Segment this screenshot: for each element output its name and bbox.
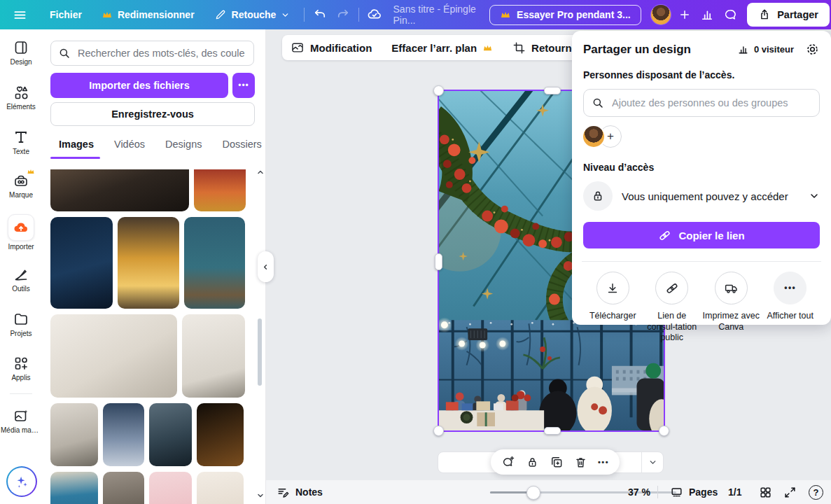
sidebar-item-magic-media[interactable]: Média magi... (0, 407, 42, 434)
add-member-button[interactable] (676, 4, 694, 26)
fullscreen-button[interactable] (783, 480, 797, 504)
upload-thumbnail[interactable] (194, 169, 246, 211)
upload-thumbnail[interactable] (50, 169, 189, 211)
crop-button[interactable] (512, 41, 526, 55)
pages-button[interactable]: Pages (670, 480, 718, 504)
add-people-input[interactable] (610, 97, 811, 109)
tab-folders[interactable]: Dossiers (222, 139, 261, 157)
file-menu[interactable]: Fichier (40, 0, 92, 29)
crown-icon (500, 10, 511, 20)
resize-handle-bottom-left[interactable] (433, 426, 444, 436)
document-title[interactable]: Sans titre - Épingle Pin... (386, 4, 490, 26)
page-count: 1/1 (728, 480, 741, 504)
topbar-divider (304, 8, 305, 22)
share-button[interactable]: Partager (747, 3, 830, 27)
resize-handle-top[interactable] (544, 87, 561, 94)
add-people-search[interactable] (583, 89, 820, 117)
people-access-label: Personnes disposant de l’accès. (583, 69, 820, 80)
gear-icon[interactable] (805, 42, 820, 57)
register-button[interactable]: Enregistrez-vous (50, 102, 255, 126)
upload-thumbnail-selected-source[interactable] (184, 217, 245, 309)
print-with-canva-action[interactable]: Imprimez avec Canva (701, 272, 761, 344)
panel-scrollbar[interactable] (258, 318, 262, 386)
user-avatar[interactable] (651, 5, 671, 24)
ellipsis-icon: ••• (784, 283, 796, 293)
owner-avatar[interactable] (583, 126, 604, 147)
remove-background-button[interactable]: Effacer l’arr. plan (391, 42, 493, 54)
upload-thumbnail[interactable] (118, 217, 179, 309)
sidebar-item-elements[interactable]: Éléments (0, 84, 42, 111)
upload-thumbnail[interactable] (50, 403, 98, 466)
lock-icon[interactable] (526, 456, 539, 469)
sidebar-item-apps[interactable]: Applis (0, 355, 42, 382)
page-collapse-button[interactable] (641, 452, 663, 472)
edit-image-button[interactable]: Modification (291, 41, 372, 55)
chevron-down-icon (281, 10, 290, 20)
tab-images[interactable]: Images (59, 139, 94, 157)
duplicate-icon[interactable] (550, 455, 564, 469)
sidebar-item-upload[interactable]: Importer (0, 214, 42, 251)
hamburger-menu[interactable] (0, 0, 40, 29)
link-icon (665, 281, 679, 295)
upload-more-button[interactable]: ••• (232, 73, 255, 98)
canva-assistant-button[interactable] (6, 466, 37, 497)
download-action[interactable]: Télécharger (583, 272, 643, 344)
resize-handle-bottom[interactable] (544, 427, 561, 435)
upload-files-button[interactable]: Importer des fichiers (50, 73, 228, 98)
add-comment-icon[interactable] (501, 455, 515, 469)
upload-thumbnail[interactable] (149, 472, 192, 504)
visitors-button[interactable]: 0 visiteur (737, 43, 794, 55)
resize-handle-top-left[interactable] (433, 85, 444, 96)
statusbar-divider (657, 486, 658, 498)
design-icon (13, 39, 29, 56)
cloud-save-status[interactable] (365, 4, 384, 26)
show-all-action[interactable]: ••• Afficher tout (761, 272, 820, 344)
upload-thumbnail[interactable] (103, 403, 144, 466)
upload-thumbnail[interactable] (50, 314, 177, 398)
access-level-dropdown[interactable]: Vous uniquement pouvez y accéder (583, 181, 820, 211)
try-pro-button[interactable]: Essayer Pro pendant 3... (489, 5, 641, 25)
upload-thumbnail[interactable] (197, 403, 244, 466)
scroll-up-arrow[interactable] (256, 168, 265, 176)
zoom-slider-handle[interactable] (526, 486, 540, 500)
tab-designs[interactable]: Designs (165, 139, 202, 157)
sidebar-item-design[interactable]: Design (0, 39, 42, 66)
scroll-down-arrow[interactable] (256, 491, 265, 500)
upload-thumbnail[interactable] (50, 472, 98, 504)
notes-button[interactable]: Notes (277, 480, 323, 504)
upload-thumbnail[interactable] (50, 217, 113, 309)
resize-handle-bottom-right[interactable] (659, 426, 669, 436)
more-actions-button[interactable]: ••• (598, 458, 609, 466)
upload-thumbnail[interactable] (149, 403, 192, 466)
bar-chart-icon (700, 8, 714, 22)
delivery-truck-icon (724, 281, 739, 295)
delete-icon[interactable] (574, 456, 587, 469)
upload-thumbnail[interactable] (182, 314, 245, 398)
public-view-link-action[interactable]: Lien de consul-tation public (643, 272, 702, 344)
panel-search[interactable] (50, 41, 254, 66)
search-input[interactable] (76, 47, 246, 59)
sidebar-item-text[interactable]: Texte (0, 129, 42, 155)
link-icon (658, 229, 671, 242)
tab-videos[interactable]: Vidéos (114, 139, 145, 157)
copy-link-button[interactable]: Copier le lien (583, 222, 820, 248)
undo-button[interactable] (311, 4, 329, 26)
sidebar-item-projects[interactable]: Projets (0, 311, 42, 337)
comments-button[interactable] (721, 4, 739, 26)
folder-icon (13, 311, 29, 328)
help-button[interactable]: ? (809, 480, 823, 504)
insights-button[interactable] (698, 4, 716, 26)
panel-collapse-handle[interactable] (258, 251, 274, 282)
sidebar-item-tools[interactable]: Outils (0, 266, 42, 293)
upload-thumbnail[interactable] (103, 472, 144, 504)
edit-photo-menu[interactable]: Retouche (204, 0, 300, 29)
upload-thumbnail[interactable] (197, 472, 244, 504)
tools-pen-icon (13, 266, 29, 283)
sidebar-item-brand[interactable]: Marque (0, 172, 42, 199)
file-menu-label: Fichier (50, 9, 82, 20)
resize-handle-left[interactable] (435, 253, 442, 270)
redo-button[interactable] (334, 4, 352, 26)
active-tab-underline (50, 157, 100, 159)
resize-menu[interactable]: Redimensionner (92, 0, 204, 29)
grid-view-button[interactable] (759, 480, 772, 504)
